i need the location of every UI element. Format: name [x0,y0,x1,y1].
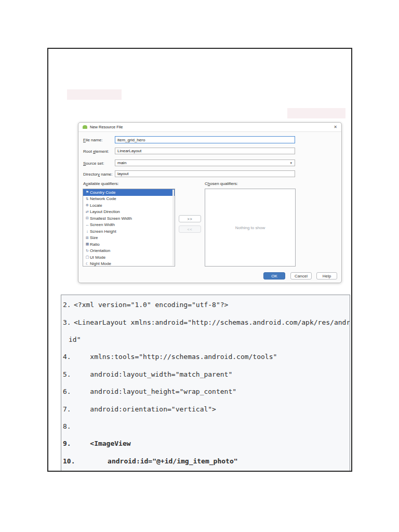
page-border-frame: New Resource File ✕ File name:item_grid_… [47,48,352,472]
code-text: <LinearLayout xmlns:android="http://sche… [74,318,350,326]
code-line: 4. xmlns:tools="http://schemas.android.c… [61,348,350,365]
qualifier-item-ratio[interactable]: ▦Ratio [83,241,175,248]
orientation-icon: ↻ [85,249,90,253]
qualifier-label: Smallest Screen Width [90,216,132,221]
help-button[interactable]: Help [316,272,337,280]
line-number: 4. [63,353,74,361]
source-set-combo-label: Source set: [83,161,104,166]
code-line: 2.<?xml version="1.0" encoding="utf-8"?> [61,296,350,313]
line-number: 10. [63,457,75,465]
qualifier-item-screen-height[interactable]: ↕Screen Height [83,228,175,235]
code-text: <?xml version="1.0" encoding="utf-8"?> [74,301,228,309]
source-set-combo[interactable]: main▾ [115,159,295,166]
dialog-title-bar: New Resource File ✕ [78,123,341,132]
code-line: id" [61,331,350,348]
qualifier-item-size[interactable]: ⊞Size [83,235,175,242]
highlight-block-1 [67,89,122,100]
qualifier-label: Screen Width [90,222,115,227]
code-text: <ImageView [74,440,131,447]
code-line: 5. android:layout_width="match_parent" [61,366,350,383]
code-text: android:orientation="vertical"> [74,405,216,413]
chosen-qualifiers-label: Chosen qualifiers: [205,181,238,186]
line-number: 6. [63,388,74,395]
qualifier-item-network-code[interactable]: ⇅Network Code [83,196,175,203]
root-element-field[interactable]: LinearLayout [115,148,295,154]
qualifier-label: UI Mode [90,255,105,260]
available-qualifiers-label: Available qualifiers: [83,181,119,186]
line-number: 3. [63,318,74,326]
dialog-title: New Resource File [90,125,123,129]
screen-height-icon: ↕ [85,230,90,233]
globe-icon: ⊕ [85,203,90,207]
highlight-block-2 [287,108,345,118]
qualifier-item-smallest-screen-width[interactable]: ⊟Smallest Screen Width [83,215,175,222]
xml-code-block: 2.<?xml version="1.0" encoding="utf-8"?>… [61,295,350,472]
qualifier-item-screen-width[interactable]: ↔Screen Width [83,222,175,229]
flag-icon: ⚑ [85,190,90,194]
qualifier-item-ui-mode[interactable]: ▢UI Mode [83,254,175,261]
ui-mode-icon: ▢ [85,255,90,259]
move-left-button[interactable]: << [179,225,201,233]
qualifier-label: Network Code [90,196,116,201]
directory-name-field-label: Directory name: [83,172,112,177]
code-text: id" [69,336,81,343]
empty-state-text: Nothing to show [235,225,265,230]
smallest-screen-width-icon: ⊟ [85,216,90,220]
file-name-field-label: File name: [83,138,102,142]
qualifier-label: Locale [90,203,102,208]
file-name-field[interactable]: item_grid_hero [115,136,295,143]
code-text: android:id="@+id/img_item_photo" [75,457,237,465]
code-line: 7. android:orientation="vertical"> [61,400,350,417]
screen-width-icon: ↔ [85,223,90,227]
directory-name-field[interactable]: layout [115,170,295,177]
line-number: 8. [63,422,74,430]
code-text: android:layout_width="match_parent" [74,370,232,378]
line-number: 5. [63,370,74,378]
root-element-field-label: Root element: [83,149,109,154]
qualifier-item-locale[interactable]: ⊕Locale [83,202,175,209]
line-number: 2. [63,301,74,309]
android-icon [83,125,87,129]
code-line: 8. [61,418,350,435]
qualifier-label: Night Mode [90,261,111,266]
new-resource-file-dialog: New Resource File ✕ File name:item_grid_… [78,122,342,283]
code-line: 9. <ImageView [61,435,350,452]
code-line: 10. android:id="@+id/img_item_photo" [61,453,350,470]
list-scrollbar[interactable] [172,190,174,265]
qualifier-label: Size [90,235,98,240]
size-icon: ⊞ [85,236,90,240]
qualifier-label: Orientation [90,248,110,253]
line-number: 7. [63,405,74,413]
code-line: 6. android:layout_height="wrap_content" [61,383,350,400]
qualifier-label: Layout Direction [90,209,120,214]
chevron-down-icon[interactable]: ▾ [290,161,292,165]
code-line: 3.<LinearLayout xmlns:android="http://sc… [61,313,350,330]
qualifier-item-layout-direction[interactable]: ⇄Layout Direction [83,209,175,216]
code-text: xmlns:tools="http://schemas.android.com/… [74,353,277,361]
chosen-qualifiers-panel: Nothing to show [205,189,296,267]
ok-button[interactable]: OK [263,272,285,280]
move-right-button[interactable]: >> [179,215,201,222]
signal-icon: ⇅ [85,197,90,201]
close-icon[interactable]: ✕ [334,125,337,129]
qualifier-item-orientation[interactable]: ↻Orientation [83,248,175,255]
qualifier-item-night-mode[interactable]: ☾Night Mode [83,261,175,267]
qualifier-item-country-code[interactable]: ⚑Country Code [83,189,175,196]
qualifier-label: Screen Height [90,229,116,234]
layout-direction-icon: ⇄ [85,210,90,214]
document-page: New Resource File ✕ File name:item_grid_… [0,0,399,532]
cancel-button[interactable]: Cancel [290,272,312,280]
qualifier-label: Ratio [90,242,100,247]
night-mode-icon: ☾ [85,262,90,266]
line-number: 9. [63,440,74,447]
qualifier-label: Country Code [90,190,115,195]
code-text: android:layout_height="wrap_content" [74,388,236,395]
available-qualifiers-list[interactable]: ⚑Country Code⇅Network Code⊕Locale⇄Layout… [83,189,175,267]
ratio-icon: ▦ [85,242,90,246]
